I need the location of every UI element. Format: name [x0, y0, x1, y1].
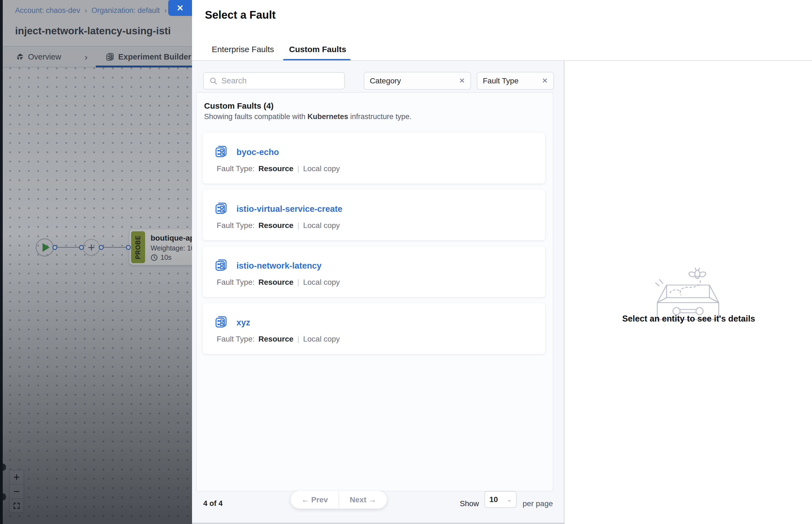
local-copy-badge: Local copy [303, 335, 340, 343]
fault-details-panel: Select an entity to see it's details [565, 61, 812, 524]
fault-source-tabs: Enterprise Faults Custom Faults [212, 41, 346, 58]
fault-name-link[interactable]: xyz [236, 318, 250, 328]
fault-type-label: Fault Type: [217, 278, 254, 287]
meta-divider: | [297, 335, 299, 343]
fault-type-value: Resource [259, 221, 294, 230]
fault-card[interactable]: xyz Fault Type: Resource | Local copy [203, 303, 545, 354]
meta-divider: | [297, 221, 299, 230]
close-icon: ✕ [177, 3, 184, 13]
fault-type-value: Resource [259, 335, 294, 343]
fault-card[interactable]: istio-virtual-service-create Fault Type:… [203, 190, 545, 240]
fault-icon [215, 145, 228, 158]
pagination-range: 4 of 4 [203, 499, 223, 508]
search-icon [209, 77, 217, 85]
empty-details-message: Select an entity to see it's details [565, 314, 812, 324]
fault-type-label: Fault Type: [217, 164, 254, 173]
subtitle-infra-type: Kubernetes [308, 113, 348, 121]
fault-type-filter-label: Fault Type [483, 77, 518, 85]
category-filter-dropdown[interactable]: Category ✕ [364, 72, 471, 90]
fault-icon [215, 315, 228, 328]
select-fault-drawer: Select a Fault Enterprise Faults Custom … [192, 0, 812, 524]
meta-divider: | [297, 164, 299, 173]
chevron-down-icon: ⌄ [507, 496, 512, 503]
fault-meta-row: Fault Type: Resource | Local copy [217, 221, 340, 230]
pagination-pill: ← Prev Next → [291, 491, 387, 509]
subtitle-suffix: infrastructure type. [348, 113, 412, 121]
fault-name-link[interactable]: byoc-echo [236, 147, 279, 157]
tab-enterprise-faults[interactable]: Enterprise Faults [212, 41, 274, 58]
fault-icon [215, 259, 228, 272]
search-field [203, 72, 345, 89]
fault-meta-row: Fault Type: Resource | Local copy [217, 278, 340, 287]
fault-type-label: Fault Type: [217, 221, 254, 230]
fault-type-label: Fault Type: [217, 335, 254, 343]
prev-page-button[interactable]: ← Prev [291, 491, 339, 509]
fault-list-panel: Category ✕ Fault Type ✕ Custom Faults (4… [192, 61, 565, 524]
fault-name-link[interactable]: istio-virtual-service-create [236, 204, 342, 214]
fault-type-value: Resource [259, 278, 294, 287]
fault-results-container: Custom Faults (4) Showing faults compati… [196, 92, 553, 491]
panel-bottom-border [192, 523, 565, 524]
clear-category-filter-icon[interactable]: ✕ [459, 77, 465, 85]
subtitle-prefix: Showing faults compatible with [204, 113, 308, 121]
results-subtitle: Showing faults compatible with Kubernete… [204, 113, 412, 121]
local-copy-badge: Local copy [303, 278, 340, 287]
category-filter-label: Category [370, 77, 401, 85]
page-size-select[interactable]: 10 ⌄ [484, 491, 516, 508]
fault-type-filter-dropdown[interactable]: Fault Type ✕ [477, 72, 554, 90]
search-input[interactable] [221, 76, 339, 85]
fault-meta-row: Fault Type: Resource | Local copy [217, 164, 340, 173]
modal-backdrop[interactable] [0, 0, 192, 524]
per-page-label: per page [523, 499, 553, 508]
fault-type-value: Resource [259, 164, 294, 173]
next-page-button[interactable]: Next → [339, 491, 387, 509]
fault-card[interactable]: istio-network-latency Fault Type: Resour… [203, 246, 545, 297]
results-heading: Custom Faults (4) [204, 101, 274, 111]
fault-name-link[interactable]: istio-network-latency [236, 261, 321, 271]
show-label: Show [460, 499, 479, 508]
meta-divider: | [297, 278, 299, 287]
fault-card[interactable]: byoc-echo Fault Type: Resource | Local c… [203, 133, 545, 183]
tab-custom-faults[interactable]: Custom Faults [289, 41, 346, 58]
drawer-title: Select a Fault [205, 9, 276, 21]
clear-fault-type-filter-icon[interactable]: ✕ [542, 77, 548, 85]
local-copy-badge: Local copy [303, 221, 340, 230]
local-copy-badge: Local copy [303, 164, 340, 173]
close-drawer-button[interactable]: ✕ [168, 0, 192, 16]
fault-meta-row: Fault Type: Resource | Local copy [217, 335, 340, 343]
fault-icon [215, 202, 228, 215]
page-size-value: 10 [490, 495, 498, 504]
